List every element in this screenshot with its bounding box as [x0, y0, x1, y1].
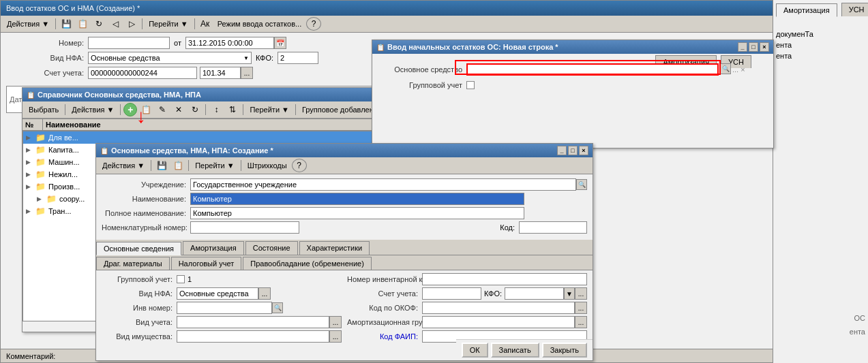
- sep3: [241, 160, 241, 171]
- goto-menu[interactable]: Перейти ▼: [145, 18, 192, 30]
- create-help-btn[interactable]: ?: [292, 159, 307, 172]
- sprav-move-btn[interactable]: ↕: [209, 103, 224, 116]
- kfo-dots2[interactable]: ...: [575, 287, 587, 300]
- tree-label-5: соору...: [59, 195, 85, 203]
- okof-row: Код по ОКОФ: ...: [347, 302, 587, 314]
- create-goto-btn[interactable]: Перейти ▼: [192, 159, 238, 172]
- osnov-label: Основное средство: [378, 65, 466, 74]
- create-max[interactable]: □: [568, 146, 578, 155]
- inv-kartochka-label: Номер инвентарной карточки:: [347, 275, 422, 283]
- calendar-btn[interactable]: 📅: [274, 37, 286, 49]
- amort-dots[interactable]: ...: [575, 316, 587, 328]
- tab-amortizaciya-right[interactable]: Амортизация: [776, 3, 837, 17]
- save-icon-btn[interactable]: 💾: [59, 17, 74, 31]
- forward-icon-btn[interactable]: ▷: [124, 17, 139, 31]
- tab-nalog[interactable]: Налоговый учет: [171, 257, 242, 270]
- sprav-del-btn[interactable]: ✕: [171, 103, 186, 116]
- kfo-input[interactable]: [278, 52, 318, 64]
- schet-input[interactable]: [88, 67, 197, 79]
- vid-nfa-value: Основные средства: [91, 54, 160, 62]
- nomenklat-row: Номенклатурный номер: Код:: [102, 221, 587, 234]
- inv-kartochka-input[interactable]: [422, 273, 587, 285]
- dialog-close[interactable]: ×: [760, 42, 769, 52]
- amort-group-input[interactable]: [422, 316, 575, 328]
- create-close[interactable]: ×: [579, 146, 588, 155]
- osnov-input[interactable]: [466, 63, 719, 76]
- ak-icon-btn[interactable]: Ак: [198, 17, 213, 31]
- sprav-sort-btn[interactable]: ⇅: [225, 103, 240, 116]
- vid-nfa-create-label: Вид НФА:: [102, 289, 177, 298]
- vid-nfa-dropdown[interactable]: Основные средства ▼: [88, 52, 252, 64]
- osnov-search-btn[interactable]: 🔍: [720, 63, 731, 74]
- tab-osnovnye[interactable]: Основные сведения: [96, 242, 181, 255]
- polnaim-input[interactable]: [190, 207, 524, 219]
- ok-btn[interactable]: ОК: [462, 343, 488, 358]
- sprav-vybrat-btn[interactable]: Выбрать: [25, 104, 62, 116]
- dialog-osnovnoe: 📋 Ввод начальных остатков ОС: Новая стро…: [372, 40, 774, 148]
- schet-create-input[interactable]: [422, 287, 481, 300]
- main-title: Ввод остатков ОС и НМА (Создание) *: [6, 4, 140, 12]
- schet-input2[interactable]: [200, 67, 241, 79]
- vid-ucheta-input[interactable]: [177, 316, 329, 328]
- sprav-goto-btn[interactable]: Перейти ▼: [246, 104, 293, 116]
- grupovoy-row: Групповой учет: [378, 81, 768, 89]
- naim-input[interactable]: [190, 193, 524, 205]
- expand-1: ▶: [26, 146, 33, 153]
- naim-row: Наименование:: [102, 193, 587, 205]
- main-toolbar: Действия ▼ 💾 📋 ↻ ◁ ▷ Перейти ▼ Ак Режим …: [1, 16, 867, 33]
- enta-label: ента: [776, 41, 865, 49]
- tab-drag[interactable]: Драг. материалы: [96, 257, 170, 270]
- zapisat-btn[interactable]: Записать: [491, 343, 539, 358]
- ot-input[interactable]: [185, 37, 274, 49]
- actions-menu[interactable]: Действия ▼: [3, 18, 53, 30]
- schet-dots-btn[interactable]: ...: [241, 67, 253, 79]
- dialog-osnov-content: Амортизация УСН Основное средство 🔍 ... …: [372, 54, 773, 97]
- uchrezhd-row: Учреждение: 🔍: [102, 178, 587, 191]
- tab-sostoyanie[interactable]: Состояние: [245, 241, 298, 255]
- sprav-actions-btn[interactable]: Действия ▼: [68, 104, 117, 116]
- sprav-refresh-btn[interactable]: ↻: [188, 103, 203, 116]
- nomer-input[interactable]: [88, 37, 170, 49]
- zakryt-btn[interactable]: Закрыть: [542, 343, 587, 358]
- uchrezhd-search[interactable]: 🔍: [576, 179, 587, 190]
- inv-search-btn[interactable]: 🔍: [272, 302, 283, 313]
- kod-input[interactable]: [519, 221, 587, 234]
- refresh-icon-btn[interactable]: ↻: [91, 17, 106, 31]
- grupovoy-checkbox[interactable]: [466, 81, 475, 89]
- sprav-copy-btn[interactable]: 📋: [138, 103, 153, 116]
- nomenklat-label: Номенклатурный номер:: [102, 223, 190, 232]
- tab-pravo[interactable]: Правообладание (обременение): [243, 257, 372, 270]
- create-min[interactable]: _: [557, 146, 567, 155]
- right-panel: Амортизация УСН докуменТа ента ента ОС е…: [773, 0, 868, 363]
- inv-nomer-input[interactable]: [177, 302, 272, 314]
- okof-dots[interactable]: ...: [575, 302, 587, 314]
- create-save-icon[interactable]: 💾: [154, 159, 169, 172]
- create-copy-icon[interactable]: 📋: [170, 159, 185, 172]
- tab-usn-right[interactable]: УСН: [841, 3, 868, 16]
- vid-imush-dots[interactable]: ...: [329, 330, 342, 343]
- back-icon-btn[interactable]: ◁: [108, 17, 123, 31]
- create-actions-btn[interactable]: Действия ▼: [99, 159, 148, 172]
- create-shtrihkody-btn[interactable]: Штрихкоды: [244, 159, 290, 172]
- nomenklat-input[interactable]: [190, 221, 299, 234]
- kfo-create-input[interactable]: [505, 287, 564, 300]
- copy-icon-btn[interactable]: 📋: [75, 17, 90, 31]
- tab-harakt[interactable]: Характеристики: [299, 241, 370, 255]
- vid-ucheta-row: Вид учета: ...: [102, 316, 342, 328]
- vid-nfa-create-input[interactable]: [177, 287, 258, 300]
- kfo-dots[interactable]: ▼: [564, 287, 575, 300]
- add-green-btn[interactable]: +: [123, 103, 137, 116]
- okof-input[interactable]: [422, 302, 575, 314]
- uchrezhd-input[interactable]: [190, 178, 576, 191]
- sprav-edit-btn[interactable]: ✎: [155, 103, 170, 116]
- grupovoy-create-checkbox[interactable]: [177, 275, 185, 283]
- mode-btn[interactable]: Режим ввода остатков...: [214, 18, 305, 30]
- vid-ucheta-dots[interactable]: ...: [329, 316, 342, 328]
- vid-nfa-dots[interactable]: ...: [258, 287, 271, 300]
- vid-imush-input[interactable]: [177, 330, 329, 343]
- help-btn[interactable]: ?: [306, 17, 321, 31]
- dialog-min[interactable]: _: [738, 42, 747, 52]
- tab-amort[interactable]: Амортизация: [183, 241, 244, 255]
- dialog-max[interactable]: □: [749, 42, 758, 52]
- tree-label-6: Тран...: [48, 207, 72, 215]
